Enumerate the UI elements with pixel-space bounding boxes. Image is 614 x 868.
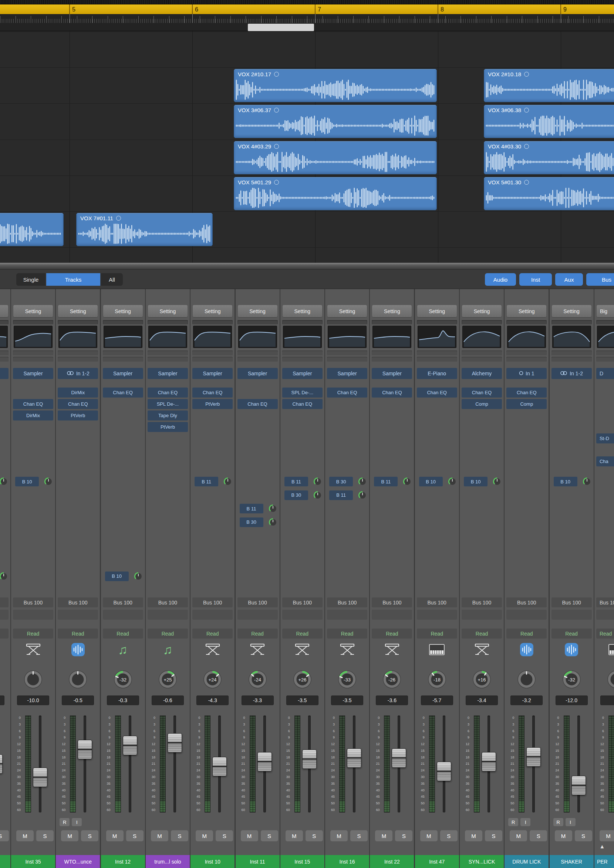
track-name-label[interactable]: trum...l solo — [146, 855, 190, 868]
pan-knob[interactable]: -24 — [248, 670, 267, 689]
send-slot[interactable]: B 10 — [15, 477, 39, 486]
fader-handle[interactable] — [302, 750, 316, 769]
audio-region[interactable]: VOX 5#01.30 — [484, 177, 614, 210]
input-slot[interactable]: E-Piano — [417, 368, 457, 379]
automation-mode-button[interactable]: Read — [192, 628, 233, 638]
channel-setting-button[interactable]: Setting — [238, 305, 278, 317]
input-monitor-button[interactable]: I — [520, 818, 530, 826]
send-slot[interactable]: B 11 — [195, 477, 218, 486]
track-name-label[interactable]: Inst 10 — [191, 855, 234, 868]
group-slot[interactable] — [147, 320, 188, 324]
output-slot[interactable]: Bus 100 — [282, 597, 323, 607]
fader-track[interactable] — [577, 716, 580, 812]
insert-slot[interactable]: Chan EQ — [103, 387, 143, 398]
volume-readout[interactable]: -4.3 — [196, 695, 229, 705]
insert-slot[interactable]: Chan EQ — [282, 399, 323, 409]
send-knob[interactable] — [134, 572, 143, 580]
region-circle-icon[interactable] — [116, 216, 121, 221]
output-slot[interactable]: Bus 100 — [147, 597, 188, 607]
pan-knob[interactable] — [68, 670, 88, 689]
insert-slot[interactable]: Chan EQ — [417, 387, 457, 398]
filter-button-aux[interactable]: Aux — [555, 273, 583, 286]
channel-setting-button[interactable]: Setting — [103, 305, 143, 317]
eq-thumbnail[interactable] — [238, 326, 277, 348]
mute-button[interactable]: M — [420, 830, 437, 842]
record-arm-button[interactable]: R — [554, 818, 563, 826]
record-arm-button[interactable]: R — [508, 818, 518, 826]
keyboard-stand-icon[interactable] — [460, 640, 504, 659]
volume-readout[interactable]: -3.2 — [510, 695, 543, 705]
audio-waveform-icon[interactable] — [550, 640, 594, 659]
output-slot[interactable]: Bus 100 — [417, 597, 457, 607]
channel-setting-button[interactable]: Setting — [552, 305, 591, 317]
insert-slot[interactable]: SPL De-... — [282, 387, 323, 398]
keyboard-stand-icon[interactable] — [191, 640, 234, 659]
region-circle-icon[interactable] — [274, 144, 279, 149]
track-name-label[interactable]: Inst — [0, 855, 10, 868]
volume-readout[interactable]: -3.4 — [466, 695, 498, 705]
pan-knob[interactable]: +16 — [472, 670, 492, 689]
solo-button[interactable]: S — [440, 830, 457, 842]
insert-slot[interactable]: Chan EQ — [58, 399, 98, 409]
input-monitor-button[interactable]: I — [72, 818, 82, 826]
pan-knob[interactable]: -26 — [382, 670, 402, 689]
automation-mode-button[interactable]: Read — [552, 628, 592, 638]
pan-knob[interactable]: -18 — [427, 670, 447, 689]
channel-setting-button[interactable]: Setting — [13, 305, 53, 317]
eq-thumbnail[interactable] — [418, 326, 456, 348]
piano-icon[interactable] — [415, 640, 459, 659]
send-slot[interactable]: B 11 — [284, 477, 308, 486]
send-knob[interactable] — [269, 518, 277, 526]
insert-slot[interactable]: St-D — [596, 434, 614, 443]
group-slot[interactable] — [506, 320, 547, 324]
eq-thumbnail[interactable] — [14, 326, 53, 348]
send-knob[interactable] — [583, 478, 591, 485]
automation-mode-button[interactable]: Read — [372, 628, 412, 638]
output-slot[interactable]: Bus 100 — [58, 597, 98, 607]
audio-region[interactable]: VOX 3#06.38 — [484, 105, 614, 138]
automation-mode-button[interactable]: Read — [596, 628, 614, 638]
mute-button[interactable]: M — [285, 830, 303, 842]
output-slot[interactable]: Bus 100 — [192, 597, 233, 607]
eq-thumbnail[interactable] — [148, 326, 187, 348]
input-slot[interactable]: Sampler — [282, 368, 323, 379]
group-slot[interactable] — [237, 320, 278, 324]
mute-button[interactable]: M — [330, 830, 348, 842]
pan-knob[interactable]: -32 — [113, 670, 133, 689]
track-name-label[interactable]: Inst 35 — [11, 855, 55, 868]
volume-readout[interactable]: -3.5 — [286, 695, 318, 705]
insert-slot[interactable]: DirMix — [13, 411, 53, 420]
output-slot[interactable]: Bus 100 — [103, 597, 143, 607]
audio-region[interactable]: VOX 5#01.29 — [234, 177, 437, 210]
input-slot[interactable]: Sampler — [13, 368, 53, 379]
track-name-label[interactable]: SYN...LICK — [460, 855, 504, 868]
mute-button[interactable]: M — [465, 830, 482, 842]
send-slot[interactable]: B 10 — [464, 477, 487, 486]
automation-mode-button[interactable]: Read — [417, 628, 457, 638]
insert-slot[interactable]: Comp — [506, 399, 547, 409]
send-knob[interactable] — [314, 478, 322, 485]
send-slot[interactable]: B 30 — [284, 490, 308, 500]
keyboard-stand-icon[interactable] — [0, 640, 10, 659]
fader-handle[interactable] — [0, 754, 3, 774]
insert-slot[interactable]: Chan EQ — [192, 387, 233, 398]
solo-button[interactable]: S — [485, 830, 502, 842]
automation-mode-button[interactable]: Read — [237, 628, 278, 638]
send-knob[interactable] — [314, 491, 322, 499]
track-name-label[interactable]: SHAKER — [550, 855, 594, 868]
audio-region[interactable]: VOX 4#03.29 — [234, 141, 437, 174]
send-slot[interactable]: B 10 — [105, 571, 129, 581]
pan-knob[interactable]: +24 — [203, 670, 222, 689]
pan-knob[interactable] — [606, 670, 614, 689]
send-knob[interactable] — [403, 478, 411, 485]
insert-slot[interactable]: PtVerb — [147, 422, 188, 432]
group-slot[interactable] — [103, 320, 143, 324]
fader-handle[interactable] — [571, 776, 586, 795]
send-slot[interactable]: B 10 — [554, 477, 577, 486]
group-slot[interactable] — [372, 320, 412, 324]
fader-handle[interactable] — [167, 733, 182, 753]
channel-setting-button[interactable]: Big — [597, 305, 614, 317]
track-name-label[interactable]: Inst 47 — [415, 855, 459, 868]
group-slot[interactable] — [327, 320, 367, 324]
solo-button[interactable]: S — [395, 830, 412, 842]
